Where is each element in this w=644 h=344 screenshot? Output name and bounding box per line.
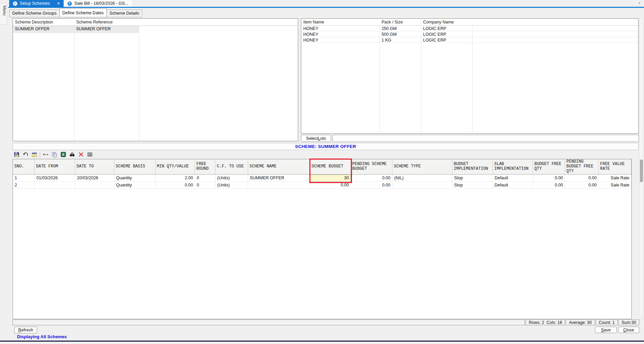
grid-header-row: SNO.DATE FROMDATE TOSCHEME BASISMIN QTY/… xyxy=(13,159,631,175)
grid-column-header: PENDING SCHEME BUDGET xyxy=(351,159,392,174)
status-count: Count: 1 xyxy=(596,320,618,325)
undo-icon xyxy=(23,152,28,157)
save-button[interactable] xyxy=(13,151,20,158)
column-header: Scheme Reference xyxy=(74,19,139,26)
grid-cell[interactable]: 0.00 xyxy=(351,175,392,182)
save-button-bottom[interactable]: Save xyxy=(595,327,617,333)
grid-cell[interactable] xyxy=(35,182,75,189)
document-tab-bar: L Setup Schemes ✕ L Sale Bill - 16/03/20… xyxy=(9,0,644,7)
grid-cell[interactable]: 0 xyxy=(195,182,215,189)
copy-button[interactable] xyxy=(51,151,58,158)
list-row[interactable]: HONEY500 GMLOGIC ERP xyxy=(301,31,638,37)
tab-define-scheme-groups[interactable]: Define Scheme Groups xyxy=(9,10,60,17)
excel-icon xyxy=(61,152,66,157)
grid-cell[interactable]: 0.00 xyxy=(565,175,599,182)
delete-button[interactable] xyxy=(78,151,84,158)
tab-overflow-dropdown-icon[interactable]: ▼ xyxy=(638,2,644,5)
grid-cell[interactable]: 1 xyxy=(13,175,35,182)
grid-cell[interactable] xyxy=(392,182,452,189)
tab-setup-schemes[interactable]: L Setup Schemes ✕ xyxy=(9,0,64,7)
undo-button[interactable] xyxy=(22,151,29,158)
status-rows-cols: Rows: 2 Cols: 16 xyxy=(526,320,565,325)
grid-cell[interactable]: 0.00 xyxy=(565,182,599,189)
grid-cell[interactable]: SUMMER OFFER xyxy=(248,175,310,182)
binoculars-icon xyxy=(69,152,75,157)
cell: LOGIC ERP xyxy=(421,37,472,43)
grid-cell[interactable]: 2.00 xyxy=(156,175,195,182)
export-excel-button[interactable] xyxy=(60,151,67,158)
grid-view-button[interactable] xyxy=(86,151,93,158)
cell: 250 GM xyxy=(380,26,421,31)
grid-column-header: DATE FROM xyxy=(35,159,75,174)
tab-define-scheme-dates[interactable]: Define Scheme Dates xyxy=(59,8,107,17)
grid-cell[interactable]: 20/03/2026 xyxy=(75,175,114,182)
grid-cell[interactable]: 2 xyxy=(13,182,35,189)
close-icon[interactable]: ✕ xyxy=(57,2,60,5)
window-bottom-border xyxy=(0,341,644,342)
grid-column-header: BUDGET FREE QTY xyxy=(533,159,565,174)
find-button[interactable] xyxy=(69,151,76,158)
vertical-scrollbar[interactable] xyxy=(639,18,644,320)
item-list-panel: Item NamePack / SizeCompany NameHONEY250… xyxy=(301,18,639,134)
journal-button[interactable] xyxy=(31,151,38,158)
tab-label: Sale Bill - 16/03/2026 - GS... xyxy=(74,1,128,6)
grid-cell[interactable]: 0.00 xyxy=(310,182,351,189)
grid-cell[interactable]: 0.00 xyxy=(533,175,565,182)
select-lots-button[interactable]: Select Lots xyxy=(301,135,331,142)
displaying-note: Displaying All Schemes xyxy=(17,334,67,339)
list-row[interactable]: HONEY1 KGLOGIC ERP xyxy=(301,37,638,43)
grid-cell[interactable]: Sale Rate xyxy=(599,182,631,189)
grid-column-header: FREE VALUE RATE xyxy=(599,159,631,174)
grid-cell[interactable]: 0.00 xyxy=(533,182,565,189)
grid-cell[interactable]: Stop xyxy=(452,175,493,182)
status-sum: Sum:30 xyxy=(618,320,639,325)
logic-logo-icon: L xyxy=(13,1,17,6)
scheme-banner: SCHEME: SUMMER OFFER xyxy=(13,143,639,150)
grid-cell[interactable]: Sale Rate xyxy=(599,175,631,182)
column-divider xyxy=(421,19,421,133)
cell: SUMMER OFFER xyxy=(13,26,74,33)
grid-column-header: SLAB IMPLEMENTATION xyxy=(493,159,533,174)
column-header: Pack / Size xyxy=(380,19,421,25)
close-button[interactable]: Close xyxy=(618,327,639,333)
grid-cell[interactable] xyxy=(248,182,310,189)
tab-sale-bill[interactable]: L Sale Bill - 16/03/2026 - GS... xyxy=(64,0,132,7)
grid-statusbar: Rows: 2 Cols: 16 Average: 30 Count: 1 Su… xyxy=(13,320,639,325)
cell: HONEY xyxy=(301,26,380,31)
menu-side-tab[interactable]: Menu xyxy=(0,3,7,24)
list-row[interactable]: SUMMER OFFERSUMMER OFFER xyxy=(13,26,139,33)
list-row[interactable]: HONEY250 GMLOGIC ERP xyxy=(301,26,638,31)
grid-cell[interactable]: Quantity xyxy=(114,175,156,182)
grid-column-header: PENDING BUDGET FREE QTY xyxy=(565,159,599,174)
grid-cell[interactable]: 30 xyxy=(310,175,351,182)
scheme-list-panel: Scheme DescriptionScheme ReferenceSUMMER… xyxy=(13,18,298,141)
status-spacer xyxy=(13,320,525,325)
lot-input[interactable] xyxy=(333,135,639,142)
column-width-button[interactable]: ▼ xyxy=(42,151,49,158)
grid-cell[interactable]: (Units) xyxy=(215,182,248,189)
grid-cell[interactable]: Default xyxy=(493,175,533,182)
refresh-button[interactable]: Refresh xyxy=(14,327,37,333)
grid-cell[interactable]: Quantity xyxy=(114,182,156,189)
tab-scheme-details[interactable]: Scheme Details xyxy=(107,10,143,17)
grid-cell[interactable]: 01/03/2026 xyxy=(35,175,75,182)
column-divider xyxy=(380,19,380,133)
logic-logo-icon: L xyxy=(67,1,72,6)
grid-cell[interactable]: Stop xyxy=(452,182,493,189)
grid-cell[interactable]: (NIL) xyxy=(392,175,452,182)
grid-cell[interactable]: 0.00 xyxy=(156,182,195,189)
grid-cell[interactable]: (Units) xyxy=(215,175,248,182)
scrollbar-thumb[interactable] xyxy=(640,160,643,182)
logic-erp-window: L Setup Schemes ✕ L Sale Bill - 16/03/20… xyxy=(0,0,644,344)
scheme-subtabs: Define Scheme Groups Define Scheme Dates… xyxy=(9,8,142,17)
cell: 500 GM xyxy=(380,31,421,37)
grid-cell[interactable]: Default xyxy=(493,182,533,189)
cell: 1 KG xyxy=(380,37,421,43)
grid-cell[interactable]: 0 xyxy=(195,175,215,182)
scheme-dates-grid: SNO.DATE FROMDATE TOSCHEME BASISMIN QTY/… xyxy=(13,159,632,319)
cell: HONEY xyxy=(301,31,380,37)
toolbar-separator xyxy=(40,152,40,157)
grid-cell[interactable] xyxy=(75,182,114,189)
grid-cell[interactable]: 0.00 xyxy=(351,182,392,189)
grid-column-header: SCHEME BASIS xyxy=(114,159,156,174)
